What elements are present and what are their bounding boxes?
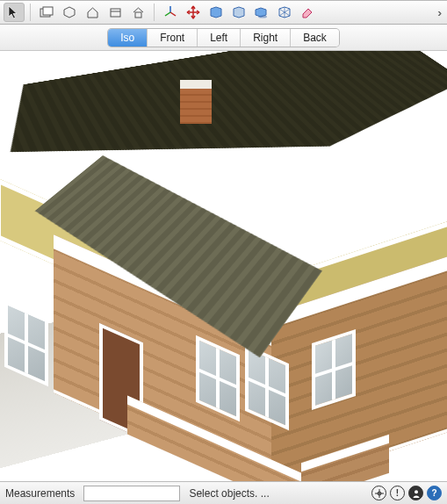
help-icon[interactable]: ?	[427, 486, 442, 500]
svg-point-10	[415, 490, 418, 493]
eraser-tool[interactable]	[297, 3, 318, 22]
toolbar-overflow[interactable]: ››	[437, 6, 443, 19]
house-model	[0, 64, 447, 468]
status-bar: Measurements Select objects. ... ! ?	[0, 481, 447, 504]
tab-iso[interactable]: Iso	[108, 29, 147, 47]
group-tool[interactable]	[59, 3, 80, 22]
view-tabs: Iso Front Left Right Back	[108, 29, 339, 47]
status-hint: Select objects. ...	[189, 487, 269, 500]
xray-tool[interactable]	[274, 3, 295, 22]
geolocation-icon[interactable]	[371, 486, 386, 500]
axis-tool[interactable]	[160, 3, 181, 22]
house-tool[interactable]	[82, 3, 103, 22]
date-tool[interactable]	[105, 3, 126, 22]
user-icon[interactable]	[408, 486, 423, 500]
fog-tool[interactable]	[228, 3, 249, 22]
view-tabs-row: Iso Front Left Right Back	[0, 25, 447, 51]
measurements-label: Measurements	[5, 487, 75, 500]
tab-front[interactable]: Front	[147, 29, 197, 47]
tab-back[interactable]: Back	[290, 29, 339, 47]
styles-tool[interactable]	[205, 3, 227, 22]
main-toolbar: ››	[0, 0, 447, 25]
svg-line-6	[170, 12, 176, 16]
tab-left[interactable]: Left	[197, 29, 240, 47]
svg-line-7	[165, 12, 170, 16]
status-right-icons: ! ?	[371, 486, 442, 500]
toolbar-separator	[30, 4, 31, 21]
component-tool[interactable]	[36, 3, 57, 22]
outliner-tool[interactable]	[127, 3, 148, 22]
pan-tool-red[interactable]	[183, 3, 204, 22]
credits-icon[interactable]: !	[390, 486, 405, 500]
shadows-tool[interactable]	[251, 3, 272, 22]
svg-rect-2	[111, 9, 120, 17]
svg-rect-1	[43, 7, 53, 15]
svg-point-8	[258, 16, 267, 18]
toolbar-separator	[154, 4, 155, 21]
tab-right[interactable]: Right	[240, 29, 290, 47]
model-viewport[interactable]	[0, 51, 447, 481]
measurements-input[interactable]	[83, 486, 180, 501]
cursor-icon	[8, 5, 20, 19]
svg-rect-4	[135, 12, 141, 18]
select-tool[interactable]	[4, 3, 25, 22]
